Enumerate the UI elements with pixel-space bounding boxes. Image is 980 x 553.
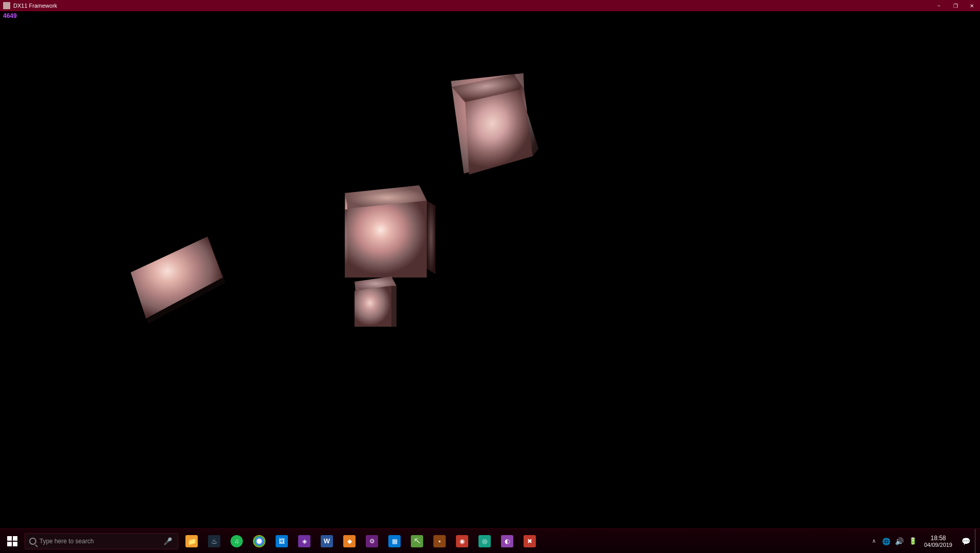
svg-text:🌐: 🌐 bbox=[882, 537, 890, 545]
dx11-icon bbox=[3, 2, 10, 9]
start-button[interactable] bbox=[0, 529, 25, 554]
spotify-icon: ♫ bbox=[231, 535, 243, 547]
taskbar: Type here to search 🎤 📁 ♨ ♫ 🖼 bbox=[0, 528, 980, 553]
taskbar-icon-word[interactable]: W bbox=[316, 529, 338, 554]
fps-counter: 4649 bbox=[3, 12, 17, 19]
search-icon bbox=[29, 538, 36, 545]
svg-marker-11 bbox=[355, 286, 391, 327]
taskbar-icon-calculator[interactable]: ▦ bbox=[383, 529, 406, 554]
app13-icon: ◉ bbox=[456, 535, 468, 547]
volume-icon: 🔊 bbox=[895, 537, 904, 545]
tray-volume-icon[interactable]: 🔊 bbox=[893, 529, 906, 554]
tray-battery-icon[interactable]: 🔋 bbox=[907, 529, 919, 554]
taskbar-icon-app13[interactable]: ◉ bbox=[451, 529, 473, 554]
windows-logo bbox=[7, 536, 17, 546]
app12-icon: ▪ bbox=[433, 535, 446, 547]
clock[interactable]: 18:58 04/09/2019 bbox=[920, 529, 956, 554]
file-explorer-icon: 📁 bbox=[185, 535, 198, 547]
chrome-icon bbox=[253, 535, 265, 547]
win-pane-2 bbox=[13, 536, 17, 541]
clock-date: 04/09/2019 bbox=[924, 542, 952, 548]
cube-bottomleft bbox=[115, 231, 228, 336]
cube-small bbox=[349, 271, 401, 332]
search-placeholder: Type here to search bbox=[39, 538, 94, 545]
svg-marker-7 bbox=[347, 201, 427, 278]
win-pane-3 bbox=[7, 542, 12, 546]
taskbar-icon-app16[interactable]: ✖ bbox=[518, 529, 541, 554]
search-bar[interactable]: Type here to search 🎤 bbox=[25, 533, 178, 549]
titlebar: DX11 Framework − ❐ ✕ bbox=[0, 0, 980, 11]
app16-icon: ✖ bbox=[524, 535, 536, 547]
taskbar-icon-steam[interactable]: ♨ bbox=[203, 529, 225, 554]
taskbar-icon-file-explorer[interactable]: 📁 bbox=[180, 529, 203, 554]
cube-topright bbox=[451, 73, 527, 174]
tray-overflow[interactable]: ∧ bbox=[869, 529, 879, 554]
network-icon: 🌐 bbox=[882, 537, 890, 545]
titlebar-left: DX11 Framework bbox=[0, 2, 57, 9]
close-button[interactable]: ✕ bbox=[964, 0, 980, 11]
minimize-button[interactable]: − bbox=[931, 0, 947, 11]
tray-network-icon[interactable]: 🌐 bbox=[880, 529, 892, 554]
taskbar-icons: 📁 ♨ ♫ 🖼 ◈ bbox=[180, 529, 541, 554]
app15-icon: ◐ bbox=[501, 535, 513, 547]
photos-icon: 🖼 bbox=[276, 535, 288, 547]
show-desktop-button[interactable] bbox=[975, 529, 978, 554]
titlebar-title: DX11 Framework bbox=[13, 3, 57, 9]
battery-icon: 🔋 bbox=[909, 537, 917, 545]
cube-center bbox=[337, 178, 432, 287]
steam-icon: ♨ bbox=[208, 535, 220, 547]
svg-marker-12 bbox=[391, 286, 397, 327]
app14-icon: ◎ bbox=[478, 535, 491, 547]
visual-studio-icon: ⚙ bbox=[366, 535, 378, 547]
win-pane-1 bbox=[7, 536, 12, 541]
titlebar-controls: − ❐ ✕ bbox=[931, 0, 980, 11]
notification-icon[interactable]: 💬 bbox=[957, 529, 974, 554]
app6-icon: ◈ bbox=[298, 535, 310, 547]
notification-bell: 💬 bbox=[962, 537, 970, 545]
overflow-icon: ∧ bbox=[872, 538, 876, 544]
word-icon: W bbox=[321, 535, 333, 547]
calculator-icon: ▦ bbox=[388, 535, 401, 547]
taskbar-icon-app12[interactable]: ▪ bbox=[428, 529, 451, 554]
taskbar-icon-minecraft[interactable]: ⛏ bbox=[406, 529, 428, 554]
taskbar-icon-photos[interactable]: 🖼 bbox=[270, 529, 293, 554]
win-pane-4 bbox=[13, 542, 17, 546]
taskbar-icon-app15[interactable]: ◐ bbox=[496, 529, 518, 554]
system-tray: ∧ 🌐 🔊 🔋 18:58 04/09/2019 💬 bbox=[869, 529, 980, 554]
taskbar-icon-app6[interactable]: ◈ bbox=[293, 529, 316, 554]
minecraft-icon: ⛏ bbox=[411, 535, 423, 547]
render-area bbox=[0, 11, 980, 513]
taskbar-icon-app14[interactable]: ◎ bbox=[473, 529, 496, 554]
app8-icon: ◆ bbox=[343, 535, 356, 547]
voice-icon[interactable]: 🎤 bbox=[161, 535, 174, 547]
taskbar-icon-app8[interactable]: ◆ bbox=[338, 529, 361, 554]
svg-marker-9 bbox=[427, 201, 435, 274]
taskbar-icon-spotify[interactable]: ♫ bbox=[225, 529, 248, 554]
taskbar-icon-visual-studio[interactable]: ⚙ bbox=[361, 529, 383, 554]
restore-button[interactable]: ❐ bbox=[947, 0, 964, 11]
clock-time: 18:58 bbox=[930, 535, 946, 542]
taskbar-icon-chrome[interactable] bbox=[248, 529, 270, 554]
